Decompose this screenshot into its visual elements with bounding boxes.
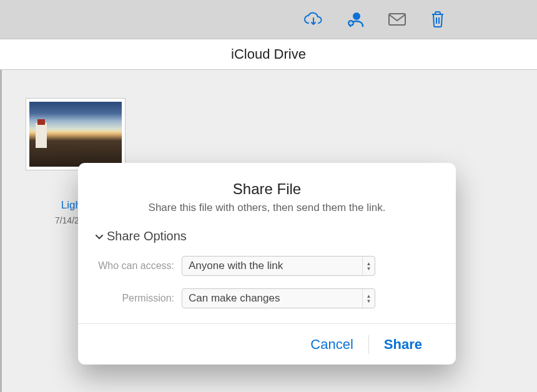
modal-subtitle: Share this file with others, then send t… <box>97 202 437 214</box>
share-file-modal: Share File Share this file with others, … <box>78 163 456 365</box>
page-title: iCloud Drive <box>231 46 306 62</box>
file-thumbnail-frame <box>26 98 126 170</box>
access-label: Who can access: <box>94 260 182 272</box>
share-options-toggle[interactable]: Share Options <box>94 229 440 243</box>
trash-icon[interactable] <box>430 11 445 28</box>
access-select[interactable]: Anyone with the link ▲▼ <box>182 256 375 276</box>
access-row: Who can access: Anyone with the link ▲▼ <box>94 256 440 276</box>
access-value: Anyone with the link <box>189 260 283 272</box>
permission-select[interactable]: Can make changes ▲▼ <box>182 288 375 308</box>
permission-row: Permission: Can make changes ▲▼ <box>94 288 440 308</box>
stepper-arrows-icon: ▲▼ <box>362 289 375 308</box>
permission-label: Permission: <box>94 293 182 304</box>
title-bar: iCloud Drive <box>0 39 537 70</box>
svg-point-0 <box>353 12 360 20</box>
share-options-section: Share Options Who can access: Anyone wit… <box>78 225 456 323</box>
chevron-down-icon <box>94 232 104 241</box>
share-button[interactable]: Share <box>369 333 437 356</box>
stepper-arrows-icon: ▲▼ <box>362 257 375 275</box>
modal-footer: Cancel Share <box>78 323 456 365</box>
share-options-label: Share Options <box>107 229 187 243</box>
modal-header: Share File Share this file with others, … <box>78 163 456 225</box>
svg-rect-2 <box>389 14 405 25</box>
cancel-button[interactable]: Cancel <box>295 333 368 356</box>
file-thumbnail <box>29 102 122 167</box>
download-cloud-icon[interactable] <box>304 12 323 27</box>
people-share-icon[interactable] <box>347 11 364 27</box>
toolbar <box>0 0 537 39</box>
permission-value: Can make changes <box>189 292 280 305</box>
mail-icon[interactable] <box>388 12 406 26</box>
modal-title: Share File <box>97 180 437 198</box>
